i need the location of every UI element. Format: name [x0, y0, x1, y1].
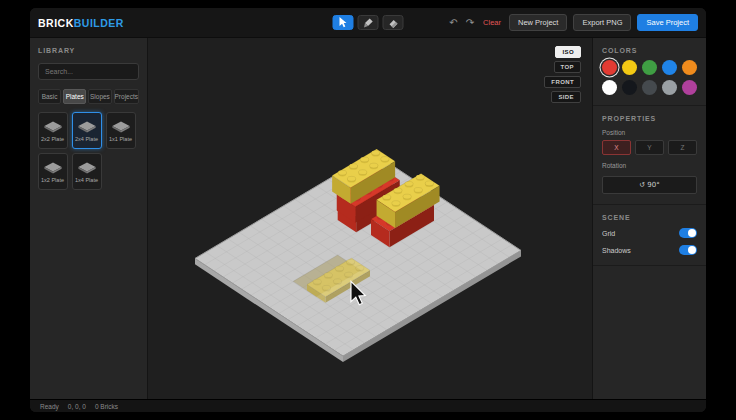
position-y-input[interactable]	[635, 140, 664, 155]
shadows-label: Shadows	[602, 247, 631, 254]
color-swatch-red[interactable]	[602, 60, 617, 75]
color-swatch-black[interactable]	[622, 80, 637, 95]
position-label: Position	[602, 129, 697, 136]
save-project-button[interactable]: Save Project	[637, 14, 698, 31]
scene-section: SCENE Grid Shadows	[593, 205, 706, 266]
logo-brick-text: BRICK	[38, 17, 74, 29]
select-tool-button[interactable]	[333, 15, 354, 30]
library-title: LIBRARY	[38, 47, 139, 54]
view-iso-button[interactable]: ISO	[555, 46, 581, 58]
brick-item-label: 1x4 Plate	[75, 177, 98, 183]
tab-basic[interactable]: Basic	[38, 89, 61, 104]
view-buttons: ISO TOP FRONT SIDE	[544, 46, 581, 103]
brick-item-2x2-plate[interactable]: 2x2 Plate	[38, 112, 68, 149]
status-bar: Ready 0, 0, 0 0 Bricks	[30, 399, 706, 412]
brick-item-label: 2x4 Plate	[75, 136, 98, 142]
position-x-input[interactable]	[602, 140, 631, 155]
color-swatch-yellow[interactable]	[622, 60, 637, 75]
undo-button[interactable]: ↶	[448, 18, 458, 28]
properties-title: PROPERTIES	[602, 115, 697, 122]
plate-thumbnail-icon	[111, 120, 131, 133]
view-top-button[interactable]: TOP	[554, 61, 581, 73]
new-project-button[interactable]: New Project	[509, 14, 567, 31]
brick-item-label: 2x2 Plate	[41, 136, 64, 142]
position-inputs	[602, 140, 697, 155]
library-tabs: Basic Plates Slopes Projects	[38, 89, 139, 104]
color-swatch-orange[interactable]	[682, 60, 697, 75]
clear-button[interactable]: Clear	[483, 18, 501, 27]
brick-item-1x1-plate[interactable]: 1x1 Plate	[106, 112, 136, 149]
brick-item-label: 1x2 Plate	[41, 177, 64, 183]
color-swatch-green[interactable]	[642, 60, 657, 75]
color-swatch-magenta[interactable]	[682, 80, 697, 95]
shadows-toggle[interactable]	[679, 245, 697, 255]
position-z-input[interactable]	[668, 140, 697, 155]
brick-item-2x4-plate[interactable]: 2x4 Plate	[72, 112, 102, 149]
brick-library-grid: 2x2 Plate 2x4 Plate 1x1 Plate 1x2 Plate …	[38, 112, 139, 190]
tab-plates[interactable]: Plates	[63, 89, 86, 104]
view-side-button[interactable]: SIDE	[551, 91, 581, 103]
view-front-button[interactable]: FRONT	[544, 76, 581, 88]
properties-sidebar: COLORS PROPERTIES Position	[592, 38, 706, 399]
export-png-button[interactable]: Export PNG	[573, 14, 631, 31]
status-coords: 0, 0, 0	[68, 403, 86, 410]
viewport-3d[interactable]: ISO TOP FRONT SIDE	[148, 38, 592, 399]
colors-title: COLORS	[602, 47, 697, 54]
color-swatch-grid	[602, 60, 697, 95]
status-brick-count: 0 Bricks	[95, 403, 118, 410]
redo-button[interactable]: ↷	[465, 18, 475, 28]
grid-toggle-row: Grid	[602, 228, 697, 238]
tab-projects[interactable]: Projects	[114, 89, 139, 104]
library-panel: LIBRARY Basic Plates Slopes Projects 2x2…	[30, 38, 148, 399]
erase-tool-button[interactable]	[383, 15, 404, 30]
app-window: BRICKBUILDER ↶ ↷ Clear New Project Expor…	[30, 8, 706, 412]
topbar: BRICKBUILDER ↶ ↷ Clear New Project Expor…	[30, 8, 706, 38]
colors-section: COLORS	[593, 38, 706, 106]
scene-title: SCENE	[602, 214, 697, 221]
app-logo: BRICKBUILDER	[38, 17, 124, 29]
plate-thumbnail-icon	[43, 120, 63, 133]
cursor-icon	[339, 17, 348, 28]
paint-brush-icon	[363, 18, 373, 28]
status-state: Ready	[40, 403, 59, 410]
eraser-icon	[388, 18, 398, 28]
color-swatch-white[interactable]	[602, 80, 617, 95]
brick-item-1x2-plate[interactable]: 1x2 Plate	[38, 153, 68, 190]
plate-thumbnail-icon	[43, 161, 63, 174]
rotate-90-button[interactable]: ↺ 90°	[602, 176, 697, 194]
color-swatch-dark-gray[interactable]	[642, 80, 657, 95]
topbar-actions: ↶ ↷ Clear New Project Export PNG Save Pr…	[448, 14, 698, 31]
plate-thumbnail-icon	[77, 161, 97, 174]
color-swatch-gray[interactable]	[662, 80, 677, 95]
brick-item-1x4-plate[interactable]: 1x4 Plate	[72, 153, 102, 190]
rotation-label: Rotation	[602, 162, 697, 169]
tab-slopes[interactable]: Slopes	[88, 89, 111, 104]
scene-canvas	[148, 38, 592, 399]
grid-toggle[interactable]	[679, 228, 697, 238]
grid-label: Grid	[602, 230, 615, 237]
color-swatch-blue[interactable]	[662, 60, 677, 75]
tool-group	[333, 15, 404, 30]
search-input[interactable]	[38, 63, 139, 80]
plate-thumbnail-icon	[77, 120, 97, 133]
main-area: LIBRARY Basic Plates Slopes Projects 2x2…	[30, 38, 706, 399]
shadows-toggle-row: Shadows	[602, 245, 697, 255]
paint-tool-button[interactable]	[358, 15, 379, 30]
brick-item-label: 1x1 Plate	[109, 136, 132, 142]
properties-section: PROPERTIES Position Rotation ↺ 90°	[593, 106, 706, 205]
logo-builder-text: BUILDER	[74, 17, 124, 29]
